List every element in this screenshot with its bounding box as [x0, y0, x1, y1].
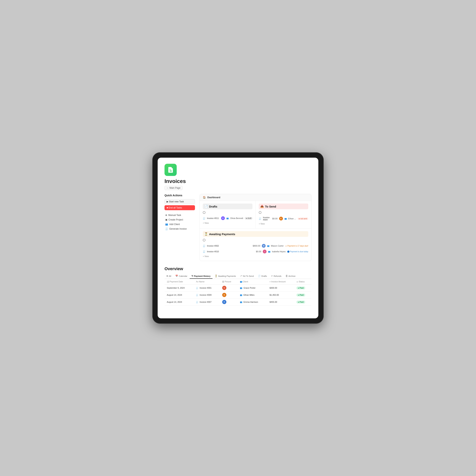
invoice-row-011[interactable]: 🧾 Invoice #011 O 👥 Olivia Bennett ● draf…: [203, 215, 253, 221]
drafts-title: 📄 Drafts: [203, 204, 253, 209]
col-invoice-amount: ≡ Invoice Amount: [267, 279, 294, 285]
payment-due-today-badge: 🔵 Payment is due today: [287, 251, 308, 253]
start-new-task-button[interactable]: ▶ Start new Task: [165, 199, 195, 204]
end-all-tasks-button[interactable]: ■ End all Tasks: [165, 205, 195, 210]
create-project-item[interactable]: ▣ Create Project: [165, 218, 195, 222]
invoice-row-010[interactable]: 🧾 Invoice #010 $0.00 I 👥 Isabella Hayes …: [203, 249, 308, 254]
tab-awaiting-payments[interactable]: ⏳ Awaiting Payments: [213, 274, 238, 279]
to-send-title: 📤 To Send: [259, 204, 308, 209]
drafts-section: 📄 Drafts 🧾 Invoice #011 O 👥 Olivia Benne…: [200, 201, 255, 228]
not-sent-badge: ● not sent: [298, 218, 308, 220]
tab-calendar[interactable]: 📅 Calendar: [173, 274, 189, 279]
olivia-avatar: O: [221, 216, 225, 220]
to-send-new-row[interactable]: + New: [259, 222, 308, 226]
page-title: Invoices: [165, 178, 311, 184]
generate-invoice-item[interactable]: 🧾 Generate Invoice: [165, 227, 195, 231]
dashboard-panel: 🏠 Dashboard 📄 Drafts: [200, 194, 311, 261]
col-status: ◎ Status: [294, 279, 311, 285]
invoice-icon: $: [167, 166, 174, 173]
awaiting-indicator: [203, 239, 205, 241]
tab-payment-history[interactable]: ↻ Payment History: [190, 274, 212, 279]
invoice-row-002[interactable]: 🧾 Invoice #002 $800.00 M 👥 Mason Carter …: [203, 243, 308, 249]
emma-avatar: E: [222, 300, 226, 304]
to-send-section: 📤 To Send 🧾 Invoice #004 $0.00 E 👥 Ethan: [255, 201, 311, 228]
col-picture: 🖼 Picture: [220, 279, 238, 285]
ethan-avatar: E: [279, 217, 283, 221]
tab-all[interactable]: ⊞ All: [165, 274, 173, 279]
awaiting-new-row[interactable]: + New: [203, 254, 308, 258]
mason-avatar: M: [262, 244, 266, 248]
add-client-item[interactable]: 👥 Add Client: [165, 222, 195, 227]
paid-badge-2: ● Paid: [296, 294, 305, 296]
col-payment-date: ⬜ Payment Date: [165, 279, 194, 285]
manual-task-item[interactable]: ⊕ Manual Task: [165, 213, 195, 218]
tab-archive[interactable]: 🗄 Archive: [284, 274, 297, 279]
overview-table: ⬜ Payment Date Aa Name 🖼 Picture: [165, 279, 311, 306]
app-icon: $: [165, 164, 177, 176]
sidebar: Quick Actions ▶ Start new Task ■ End all…: [165, 194, 195, 261]
ethan-miles-avatar: E: [222, 293, 226, 297]
svg-text:$: $: [169, 170, 170, 172]
tab-drafts[interactable]: 📄 Drafts: [256, 274, 269, 279]
tab-refunds[interactable]: ↩ Refunds: [269, 274, 283, 279]
table-row[interactable]: August 14, 2024 🧾 Invoice #009 E 👥: [165, 291, 311, 299]
col-name: Aa Name: [194, 279, 220, 285]
to-send-indicator: [259, 211, 261, 214]
overview-section: Overview ⊞ All 📅 Calendar ↻ Payment Hist…: [165, 266, 311, 306]
grace-avatar: G: [222, 286, 226, 290]
invoice-row-004[interactable]: 🧾 Invoice #004 $0.00 E 👥 Ethan ... ● not…: [259, 215, 308, 222]
dashboard-header: 🏠 Dashboard: [200, 194, 311, 201]
overview-title: Overview: [165, 266, 311, 271]
table-row[interactable]: September 9, 2024 🧾 Invoice #001 G 👥: [165, 285, 311, 291]
col-client: 👥 Client: [238, 279, 267, 285]
overview-tabs: ⊞ All 📅 Calendar ↻ Payment History ⏳ Awa…: [165, 274, 311, 279]
tab-yet-to-send[interactable]: ↗ Yet To Send: [238, 274, 256, 279]
table-row[interactable]: August 14, 2024 🧾 Invoice #007 E 👥: [165, 299, 311, 306]
quick-actions-title: Quick Actions: [165, 194, 195, 197]
awaiting-payments-section: ⏳ Awaiting Payments 🧾 Invoice #002 $800.…: [200, 228, 311, 261]
awaiting-title: ⏳ Awaiting Payments: [203, 231, 308, 237]
isabella-avatar: I: [263, 250, 267, 254]
paid-badge-3: ● Paid: [296, 301, 305, 304]
paid-badge-1: ● Paid: [296, 287, 305, 289]
main-page-button[interactable]: ← Main Page: [165, 186, 183, 190]
drafts-indicator: [203, 211, 205, 214]
draft-badge: ● draft: [245, 217, 253, 220]
payment-warning-badge: ⚠ Payment is 17 days due!: [285, 245, 308, 247]
drafts-new-row[interactable]: + New: [203, 221, 253, 225]
